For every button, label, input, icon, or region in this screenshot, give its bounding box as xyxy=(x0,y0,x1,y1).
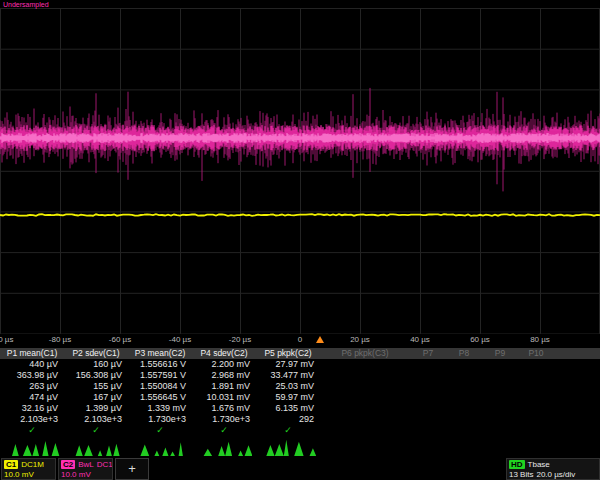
time-axis-label: -40 µs xyxy=(169,335,191,344)
add-trace-button[interactable]: + xyxy=(115,458,149,480)
measure-status-check-icon: ✓ xyxy=(192,425,256,436)
c1-scale: 10.0 mV xyxy=(4,470,34,479)
measure-value: 1.891 mV xyxy=(192,381,256,392)
measure-value: 2.200 mV xyxy=(192,359,256,370)
measure-value: 1.556645 V xyxy=(128,392,192,403)
tbase-scale: 20.0 µs/div xyxy=(536,470,575,479)
oscilloscope-screen: Undersampled -100 µs-80 µs-60 µs-40 µs-2… xyxy=(0,0,600,480)
measurement-table[interactable]: P1 mean(C1)P2 sdev(C1)P3 mean(C2)P4 sdev… xyxy=(0,348,600,436)
histicon[interactable] xyxy=(72,438,124,460)
measure-value: 263 µV xyxy=(0,381,64,392)
time-axis-label: 0 xyxy=(298,335,302,344)
histicon[interactable] xyxy=(136,438,188,460)
graticule xyxy=(0,8,600,334)
time-axis-label: -100 µs xyxy=(0,335,13,344)
time-axis-label: -60 µs xyxy=(109,335,131,344)
measure-value: 1.730e+3 xyxy=(128,414,192,425)
measure-value: 33.477 mV xyxy=(256,370,320,381)
measure-value: 1.556616 V xyxy=(128,359,192,370)
tbase-label: Tbase xyxy=(528,460,550,469)
measure-row: 32.16 µV1.399 µV1.339 mV1.676 mV6.135 mV xyxy=(0,403,600,414)
measure-value: 10.031 mV xyxy=(192,392,256,403)
undersampled-warning: Undersampled xyxy=(3,1,49,8)
measure-value: 160 µV xyxy=(64,359,128,370)
descriptor-bar: C1 DC1M 10.0 mV C2 BwL DC1M 10.0 mV + HD… xyxy=(0,458,600,480)
measure-value: 1.676 mV xyxy=(192,403,256,414)
measure-row: 363.98 µV156.308 µV1.557591 V2.968 mV33.… xyxy=(0,370,600,381)
measure-header[interactable]: P4 sdev(C2) xyxy=(192,348,256,359)
measure-header-unused[interactable]: P6 pkpk(C3) xyxy=(320,348,410,359)
measure-value: 2.103e+3 xyxy=(0,414,64,425)
channel2-descriptor[interactable]: C2 BwL DC1M 10.0 mV xyxy=(58,458,113,480)
measure-value: 1.339 mV xyxy=(128,403,192,414)
measure-value: 155 µV xyxy=(64,381,128,392)
measure-value: 1.399 µV xyxy=(64,403,128,414)
time-axis-label: 20 µs xyxy=(350,335,370,344)
measure-value: 440 µV xyxy=(0,359,64,370)
measure-header[interactable]: P5 pkpk(C2) xyxy=(256,348,320,359)
c2-badge: C2 xyxy=(61,460,75,469)
measure-value: 25.03 mV xyxy=(256,381,320,392)
time-axis-label: 60 µs xyxy=(470,335,490,344)
trigger-time-marker[interactable] xyxy=(316,336,324,343)
measure-value: 1.557591 V xyxy=(128,370,192,381)
measure-value: 292 xyxy=(256,414,320,425)
measure-value: 156.308 µV xyxy=(64,370,128,381)
c1-coupling: DC1M xyxy=(21,460,44,469)
c2-bwl-badge: BwL xyxy=(78,460,94,469)
measure-status-check-icon: ✓ xyxy=(0,425,64,436)
measure-value: 1.550084 V xyxy=(128,381,192,392)
hd-badge: HD xyxy=(509,460,525,469)
measure-value: 59.97 mV xyxy=(256,392,320,403)
measure-row: 2.103e+32.103e+31.730e+31.730e+3292 xyxy=(0,414,600,425)
measure-header-unused[interactable]: P9 xyxy=(482,348,518,359)
time-axis-label: -20 µs xyxy=(229,335,251,344)
c2-scale: 10.0 mV xyxy=(61,470,91,479)
time-axis: -100 µs-80 µs-60 µs-40 µs-20 µs020 µs40 … xyxy=(0,334,600,347)
measure-value: 2.968 mV xyxy=(192,370,256,381)
histicon[interactable] xyxy=(200,438,252,460)
c2-coupling: DC1M xyxy=(97,460,113,469)
measure-row: 474 µV167 µV1.556645 V10.031 mV59.97 mV xyxy=(0,392,600,403)
time-axis-label: 40 µs xyxy=(410,335,430,344)
measure-status-check-icon: ✓ xyxy=(64,425,128,436)
measure-value: 363.98 µV xyxy=(0,370,64,381)
measure-header-unused[interactable]: P7 xyxy=(410,348,446,359)
channel1-descriptor[interactable]: C1 DC1M 10.0 mV xyxy=(1,458,56,480)
measure-value: 1.730e+3 xyxy=(192,414,256,425)
timebase-descriptor[interactable]: HD Tbase 13 Bits 20.0 µs/div xyxy=(506,458,600,480)
histicon[interactable] xyxy=(264,438,316,460)
measure-value: 32.16 µV xyxy=(0,403,64,414)
measure-value: 474 µV xyxy=(0,392,64,403)
measure-header-unused[interactable]: P10 xyxy=(518,348,554,359)
tbase-bits: 13 Bits xyxy=(509,470,533,479)
measure-value: 167 µV xyxy=(64,392,128,403)
measure-value: 2.103e+3 xyxy=(64,414,128,425)
measure-header[interactable]: P2 sdev(C1) xyxy=(64,348,128,359)
measurement-histicons xyxy=(0,438,600,457)
measure-header-unused[interactable]: P8 xyxy=(446,348,482,359)
time-axis-label: -80 µs xyxy=(49,335,71,344)
measure-row: 440 µV160 µV1.556616 V2.200 mV27.97 mV xyxy=(0,359,600,370)
measure-header[interactable]: P3 mean(C2) xyxy=(128,348,192,359)
measure-value: 27.97 mV xyxy=(256,359,320,370)
measure-header[interactable]: P1 mean(C1) xyxy=(0,348,64,359)
measure-rows: 440 µV160 µV1.556616 V2.200 mV27.97 mV36… xyxy=(0,359,600,425)
waveform-display[interactable] xyxy=(0,8,600,334)
measure-value: 6.135 mV xyxy=(256,403,320,414)
measure-status-check-icon: ✓ xyxy=(256,425,320,436)
time-axis-label: 80 µs xyxy=(530,335,550,344)
c1-badge: C1 xyxy=(4,460,18,469)
histicon[interactable] xyxy=(8,438,60,460)
measure-row: 263 µV155 µV1.550084 V1.891 mV25.03 mV xyxy=(0,381,600,392)
measure-status-row: ✓✓✓✓✓ xyxy=(0,425,600,436)
measure-header-row: P1 mean(C1)P2 sdev(C1)P3 mean(C2)P4 sdev… xyxy=(0,348,600,359)
measure-status-check-icon: ✓ xyxy=(128,425,192,436)
